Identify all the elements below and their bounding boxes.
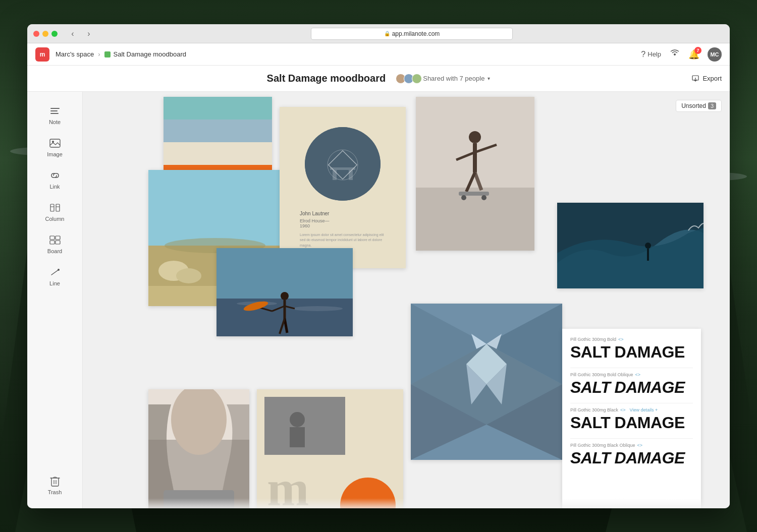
typo-view-details-link[interactable]: View details + <box>630 407 658 412</box>
shared-people-button[interactable]: Shared with 7 people ▾ <box>396 74 490 84</box>
signal-icon[interactable] <box>669 48 680 60</box>
note-icon <box>49 105 61 117</box>
forward-button[interactable]: › <box>82 28 96 39</box>
main-area: Note Image <box>27 92 730 508</box>
browser-title-bar: ‹ › 🔒 app.milanote.com <box>27 24 730 43</box>
canvas-area[interactable]: Unsorted 3 <box>83 92 730 508</box>
svg-point-81 <box>290 412 305 427</box>
brand-logo: m <box>35 47 49 62</box>
app-toolbar: m Marc's space › Salt Damage moodboard ?… <box>27 43 730 66</box>
sidebar-item-trash[interactable]: Trash <box>33 470 77 500</box>
board-icon <box>49 234 61 246</box>
typo-divider-3 <box>570 438 693 439</box>
typo-row-1: Pill Gothic 300mg Bold <> SALT DAMAGE <box>570 337 693 362</box>
moodboard-canvas: John Lautner Elrod House— 1960 Lorem ips… <box>83 92 730 508</box>
sidebar-link-label: Link <box>49 184 60 190</box>
portrait-photo[interactable] <box>148 389 249 508</box>
typo-sample-1: SALT DAMAGE <box>570 343 693 362</box>
shared-avatars <box>396 74 420 84</box>
typo-label-3: Pill Gothic 300mg Black <> View details … <box>570 407 693 412</box>
unsorted-count: 3 <box>708 102 716 109</box>
browser-window: ‹ › 🔒 app.milanote.com m Marc's space › … <box>27 24 730 508</box>
sidebar-item-column[interactable]: Column <box>33 197 77 227</box>
svg-point-22 <box>58 269 60 271</box>
export-label: Export <box>702 75 722 82</box>
notification-button[interactable]: 🔔 7 <box>688 49 699 60</box>
breadcrumb: Marc's space › Salt Damage moodboard <box>56 50 186 58</box>
traffic-lights <box>33 31 58 37</box>
column-icon <box>49 202 61 214</box>
typo-label-text-1: Pill Gothic 300mg Bold <box>570 337 616 342</box>
sidebar-line-label: Line <box>49 280 60 286</box>
unsorted-badge[interactable]: Unsorted 3 <box>676 100 722 112</box>
svg-point-8 <box>674 53 676 55</box>
line-icon <box>49 266 61 278</box>
typo-label-2: Pill Gothic 300mg Bold Oblique <> <box>570 372 693 377</box>
avatar-initials: MC <box>710 51 719 57</box>
svg-rect-36 <box>349 170 353 180</box>
maximize-button[interactable] <box>51 31 58 37</box>
sidebar-item-link[interactable]: Link <box>33 164 77 195</box>
sidebar-item-note[interactable]: Note <box>33 100 77 130</box>
sidebar-item-image[interactable]: Image <box>33 132 77 162</box>
palette-blue <box>164 120 272 142</box>
graphic-design-card[interactable]: m d <box>257 389 403 508</box>
breadcrumb-board[interactable]: Salt Damage moodboard <box>104 50 187 58</box>
typo-sample-4: SALT DAMAGE <box>570 449 693 467</box>
breadcrumb-space[interactable]: Marc's space <box>56 50 94 58</box>
brand-initials: m <box>40 51 45 58</box>
palette-teal <box>164 97 272 120</box>
palette-cream <box>164 142 272 165</box>
sidebar-item-board[interactable]: Board <box>33 229 77 259</box>
board-title: Salt Damage moodboard <box>267 73 386 84</box>
address-bar[interactable]: 🔒 app.milanote.com <box>311 28 513 40</box>
typo-label-text-4: Pill Gothic 300mg Black Oblique <box>570 443 635 448</box>
unsorted-label: Unsorted <box>681 102 706 109</box>
svg-point-30 <box>176 268 201 283</box>
sidebar-image-label: Image <box>47 151 63 157</box>
typo-row-2: Pill Gothic 300mg Bold Oblique <> SALT D… <box>570 372 693 397</box>
svg-rect-38 <box>416 188 534 251</box>
export-button[interactable]: Export <box>691 75 722 83</box>
toolbar-right: ? Help 🔔 7 MC <box>641 47 722 62</box>
trash-icon <box>49 475 61 487</box>
chevron-down-icon: ▾ <box>488 76 490 81</box>
url-text: app.milanote.com <box>392 30 440 37</box>
architecture-poster[interactable]: John Lautner Elrod House— 1960 Lorem ips… <box>280 107 406 268</box>
svg-rect-34 <box>330 167 355 170</box>
sidebar-item-line[interactable]: Line <box>33 261 77 291</box>
svg-rect-17 <box>50 236 55 240</box>
close-button[interactable] <box>33 31 39 37</box>
link-icon <box>49 169 61 182</box>
breadcrumb-separator: › <box>98 50 100 58</box>
shared-label: Shared with 7 people <box>423 75 484 82</box>
user-avatar[interactable]: MC <box>708 47 722 62</box>
surfer-photo[interactable] <box>217 248 353 336</box>
svg-rect-14 <box>56 204 60 211</box>
shared-avatar-3 <box>412 74 422 84</box>
typo-code-icon-3: <> <box>620 407 626 412</box>
typo-label-4: Pill Gothic 300mg Black Oblique <> <box>570 443 693 448</box>
left-sidebar: Note Image <box>27 92 83 508</box>
wave-photo[interactable] <box>557 203 704 288</box>
help-label: Help <box>647 50 661 58</box>
image-icon <box>49 137 61 149</box>
svg-rect-18 <box>56 236 60 240</box>
origami-photo[interactable] <box>411 304 562 460</box>
typo-label-text-3: Pill Gothic 300mg Black <box>570 407 618 412</box>
typo-code-icon-2: <> <box>635 372 641 377</box>
svg-rect-13 <box>50 204 54 211</box>
minimize-button[interactable] <box>42 31 48 37</box>
svg-point-46 <box>461 195 466 200</box>
typo-sample-3: SALT DAMAGE <box>570 413 693 432</box>
typography-card[interactable]: Pill Gothic 300mg Bold <> SALT DAMAGE Pi… <box>562 329 701 508</box>
back-button[interactable]: ‹ <box>66 28 80 39</box>
skater-photo[interactable] <box>416 97 534 251</box>
sidebar-board-label: Board <box>47 248 62 254</box>
help-button[interactable]: ? Help <box>641 50 661 59</box>
svg-rect-82 <box>290 427 305 447</box>
breadcrumb-board-name: Salt Damage moodboard <box>114 50 187 58</box>
nav-buttons: ‹ › <box>66 28 96 39</box>
board-title-bar: Salt Damage moodboard Shared with 7 peop… <box>27 66 730 92</box>
typo-row-4: Pill Gothic 300mg Black Oblique <> SALT … <box>570 443 693 467</box>
